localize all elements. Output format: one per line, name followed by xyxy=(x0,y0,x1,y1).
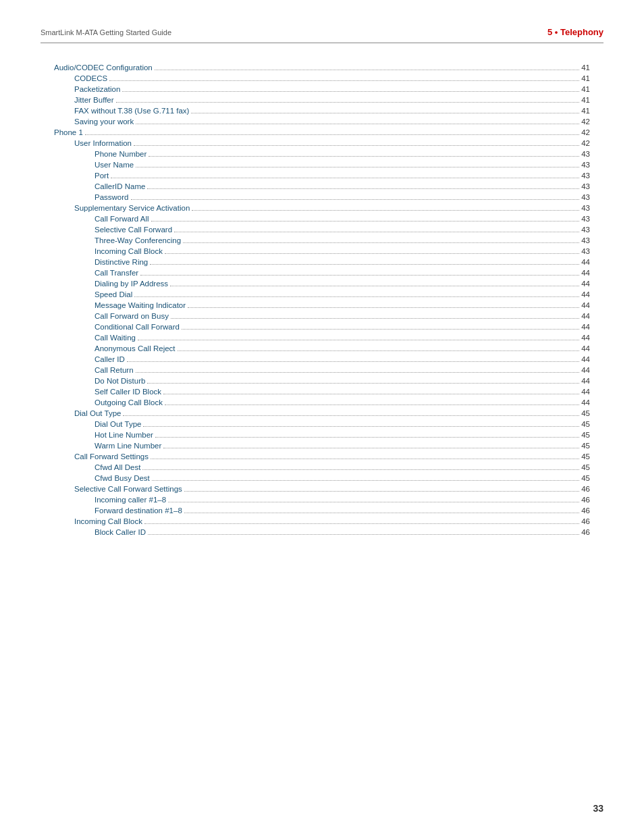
toc-item: Forward destination #1–846 xyxy=(54,506,590,515)
toc-label: Call Return xyxy=(95,366,134,374)
toc-dots xyxy=(85,134,579,135)
toc-item: Call Forward All43 xyxy=(54,215,590,224)
toc-item: Conditional Call Forward44 xyxy=(54,323,590,332)
toc-dots xyxy=(184,491,579,492)
toc-label: Anonymous Call Reject xyxy=(95,344,176,353)
toc-item: Warm Line Number45 xyxy=(54,442,590,450)
toc-dots xyxy=(168,502,579,502)
toc-page: 44 xyxy=(581,312,590,320)
toc-page: 44 xyxy=(581,344,590,353)
header-left-text: SmartLink M-ATA Getting Started Guide xyxy=(41,28,171,36)
toc-item: Incoming Call Block46 xyxy=(54,517,590,526)
toc-label: CallerID Name xyxy=(95,182,145,190)
toc-item: Selective Call Forward Settings46 xyxy=(54,485,590,494)
toc-page: 45 xyxy=(581,431,590,439)
toc-item: Phone 142 xyxy=(54,128,590,137)
toc-dots xyxy=(184,513,579,513)
toc-label: Warm Line Number xyxy=(95,442,161,450)
toc-item: Port43 xyxy=(54,172,590,180)
toc-dots xyxy=(149,156,579,157)
toc-dots xyxy=(165,253,579,254)
toc-page: 45 xyxy=(581,409,590,417)
toc-dots xyxy=(109,80,579,81)
toc-dots xyxy=(171,318,579,319)
toc-label: Incoming Call Block xyxy=(95,247,163,255)
toc-item: Cfwd Busy Dest45 xyxy=(54,474,590,483)
toc-label: Packetization xyxy=(74,85,120,93)
toc-item: Cfwd All Dest45 xyxy=(54,463,590,472)
toc-dots xyxy=(134,145,579,146)
toc-item: Password43 xyxy=(54,193,590,202)
toc-item: Message Waiting Indicator44 xyxy=(54,301,590,310)
toc-dots xyxy=(182,329,579,330)
toc-label: Outgoing Call Block xyxy=(95,398,163,407)
toc-dots xyxy=(188,307,579,308)
toc-page: 45 xyxy=(581,442,590,450)
toc-page: 45 xyxy=(581,474,590,482)
toc-dots xyxy=(144,523,579,524)
toc-label: Conditional Call Forward xyxy=(95,323,180,331)
toc-item: User Information42 xyxy=(54,139,590,148)
toc-item: FAX without T.38 (Use G.711 fax)41 xyxy=(54,107,590,115)
toc-page: 44 xyxy=(581,355,590,363)
toc-item: Incoming Call Block43 xyxy=(54,247,590,256)
toc-item: Dial Out Type45 xyxy=(54,409,590,418)
header-right-text: 5 • Telephony xyxy=(547,27,603,37)
toc-dots xyxy=(127,361,579,362)
toc-page: 43 xyxy=(581,236,590,244)
toc-page: 43 xyxy=(581,150,590,158)
toc-page: 46 xyxy=(581,496,590,504)
toc-label: Call Forward Settings xyxy=(74,452,149,461)
toc-dots xyxy=(142,469,579,470)
toc-item: Three-Way Conferencing43 xyxy=(54,236,590,245)
toc-dots xyxy=(183,242,579,243)
page-container: SmartLink M-ATA Getting Started Guide 5 … xyxy=(0,0,644,834)
toc-label: Forward destination #1–8 xyxy=(95,506,182,515)
toc-label: User Information xyxy=(74,139,132,147)
toc-label: Supplementary Service Activation xyxy=(74,204,190,212)
toc-dots xyxy=(148,534,579,535)
toc-item: Phone Number43 xyxy=(54,150,590,159)
toc-page: 41 xyxy=(581,74,590,82)
toc-page: 42 xyxy=(581,139,590,147)
toc-label: Do Not Disturb xyxy=(95,377,145,385)
toc-page: 43 xyxy=(581,204,590,212)
toc-dots xyxy=(143,426,579,427)
toc-dots xyxy=(136,167,579,167)
toc-dots xyxy=(150,264,579,265)
toc-page: 41 xyxy=(581,85,590,93)
toc-item: Packetization41 xyxy=(54,85,590,94)
toc-label: FAX without T.38 (Use G.711 fax) xyxy=(74,107,189,115)
toc-dots xyxy=(111,178,579,178)
toc-item: Distinctive Ring44 xyxy=(54,258,590,267)
toc-item: Dialing by IP Address44 xyxy=(54,280,590,288)
toc-label: Speed Dial xyxy=(95,290,132,298)
toc-label: Self Caller ID Block xyxy=(95,388,161,396)
toc-page: 43 xyxy=(581,215,590,223)
toc-page: 44 xyxy=(581,334,590,342)
toc-label: Dialing by IP Address xyxy=(95,280,168,288)
toc-dots xyxy=(140,275,579,276)
toc-label: Message Waiting Indicator xyxy=(95,301,186,309)
toc-page: 43 xyxy=(581,193,590,201)
toc-label: Cfwd Busy Dest xyxy=(95,474,150,482)
toc-page: 44 xyxy=(581,269,590,277)
toc-item: Incoming caller #1–846 xyxy=(54,496,590,504)
toc-label: Distinctive Ring xyxy=(95,258,148,266)
toc-item: Speed Dial44 xyxy=(54,290,590,299)
toc-page: 41 xyxy=(581,96,590,104)
toc-item: Hot Line Number45 xyxy=(54,431,590,440)
toc-page: 46 xyxy=(581,528,590,536)
toc-page: 44 xyxy=(581,366,590,374)
toc-page: 44 xyxy=(581,290,590,298)
toc-page: 45 xyxy=(581,452,590,461)
toc-item: Call Transfer44 xyxy=(54,269,590,278)
toc-dots xyxy=(151,221,580,221)
toc-page: 45 xyxy=(581,463,590,471)
toc-dots xyxy=(155,437,579,438)
toc-dots xyxy=(178,350,580,351)
toc-label: Dial Out Type xyxy=(74,409,121,417)
toc-dots xyxy=(136,372,580,373)
toc-page: 44 xyxy=(581,398,590,407)
toc-page: 44 xyxy=(581,258,590,266)
